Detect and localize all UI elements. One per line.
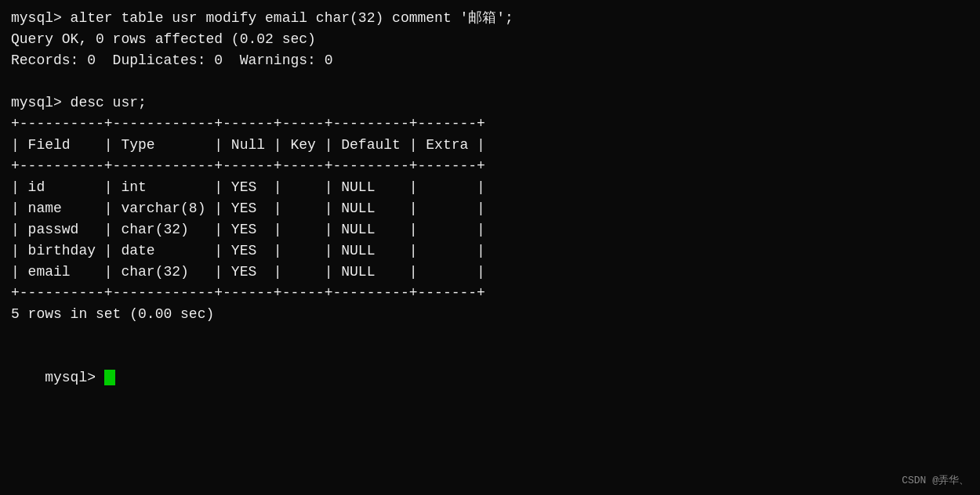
line-rows-in-set: 5 rows in set (0.00 sec): [11, 304, 969, 325]
line-row-email: | email | char(32) | YES | | NULL | |: [11, 262, 969, 283]
line-desc-cmd: mysql> desc usr;: [11, 92, 969, 114]
prompt-text: mysql>: [45, 370, 104, 385]
line-row-passwd: | passwd | char(32) | YES | | NULL | |: [11, 219, 969, 240]
watermark: CSDN @弄华、: [902, 473, 969, 487]
line-row-birthday: | birthday | date | YES | | NULL | |: [11, 240, 969, 262]
line-sep-bottom: +----------+------------+------+-----+--…: [11, 283, 969, 304]
line-empty-2: [11, 325, 969, 346]
line-alter-cmd: mysql> alter table usr modify email char…: [11, 8, 969, 29]
line-query-ok: Query OK, 0 rows affected (0.02 sec): [11, 29, 969, 50]
line-records: Records: 0 Duplicates: 0 Warnings: 0: [11, 50, 969, 71]
line-sep-top: +----------+------------+------+-----+--…: [11, 114, 969, 135]
line-row-name: | name | varchar(8) | YES | | NULL | |: [11, 198, 969, 219]
line-sep-header: +----------+------------+------+-----+--…: [11, 156, 969, 177]
cursor: [104, 370, 115, 385]
line-row-id: | id | int | YES | | NULL | |: [11, 177, 969, 198]
terminal-window: mysql> alter table usr modify email char…: [0, 0, 980, 495]
line-header: | Field | Type | Null | Key | Default | …: [11, 135, 969, 156]
line-final-prompt[interactable]: mysql>: [11, 346, 969, 410]
line-empty-1: [11, 71, 969, 92]
